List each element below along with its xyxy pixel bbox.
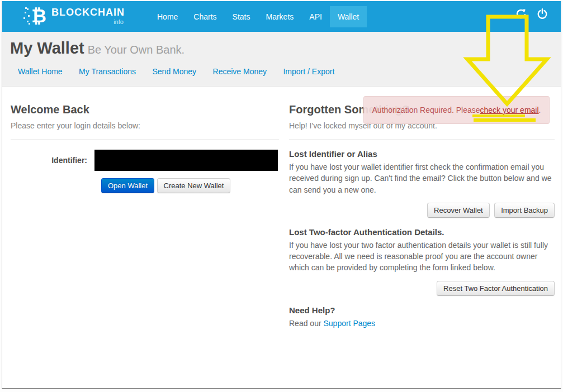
main-nav: Home Charts Stats Markets API Wallet — [149, 1, 367, 32]
recover-wallet-button[interactable]: Recover Wallet — [427, 203, 490, 218]
subnav-receive-money[interactable]: Receive Money — [213, 67, 267, 76]
blockchain-b-icon: ₿ — [31, 5, 46, 27]
wallet-page: ₿ BLOCKCHAIN info Home Charts Stats Mark… — [2, 1, 561, 389]
subnav-wallet-home[interactable]: Wallet Home — [18, 67, 63, 76]
wallet-subnav: Wallet Home My Transactions Send Money R… — [10, 66, 561, 77]
need-help-text: Read our Support Pages — [289, 318, 555, 329]
lost-identifier-buttons: Recover Wallet Import Backup — [289, 203, 555, 218]
refresh-icon[interactable] — [515, 8, 527, 22]
blockchain-logo[interactable]: ₿ BLOCKCHAIN info — [31, 5, 125, 27]
recovery-section: Forgotten Something? Help! I've locked m… — [289, 103, 555, 329]
divider — [11, 139, 279, 140]
nav-item-markets[interactable]: Markets — [258, 6, 302, 27]
open-wallet-button[interactable]: Open Wallet — [101, 178, 154, 193]
subnav-my-transactions[interactable]: My Transactions — [79, 67, 136, 76]
welcome-heading: Welcome Back — [11, 103, 279, 116]
identifier-label: Identifier: — [11, 156, 94, 165]
brand-name: BLOCKCHAIN — [51, 7, 125, 17]
brand-sub: info — [51, 19, 125, 25]
lost-2fa-buttons: Reset Two Factor Authentication — [289, 281, 555, 296]
identifier-row: Identifier: — [11, 150, 279, 171]
nav-item-api[interactable]: API — [301, 6, 330, 27]
reset-2fa-button[interactable]: Reset Two Factor Authentication — [437, 281, 555, 296]
nav-item-stats[interactable]: Stats — [225, 6, 258, 27]
login-subtext: Please enter your login details below: — [11, 121, 279, 130]
lost-identifier-body: If you have lost your wallet identifier … — [289, 161, 555, 195]
page-tagline: Be Your Own Bank. — [88, 44, 184, 56]
nav-item-charts[interactable]: Charts — [186, 6, 224, 27]
navbar-actions — [515, 8, 548, 22]
power-icon[interactable] — [536, 8, 548, 22]
main-content: Welcome Back Please enter your login det… — [2, 87, 561, 388]
create-wallet-button[interactable]: Create New Wallet — [157, 178, 231, 193]
check-email-link[interactable]: check your email — [480, 106, 539, 114]
notification-suffix: . — [539, 106, 541, 114]
auth-notification: Authorization Required. Please check you… — [363, 96, 550, 124]
nav-item-home[interactable]: Home — [149, 6, 186, 27]
login-buttons: Open Wallet Create New Wallet — [101, 178, 279, 193]
page-title: My Wallet — [10, 39, 84, 57]
lost-2fa-body: If you have lost your two factor authent… — [289, 240, 555, 274]
support-pages-link[interactable]: Support Pages — [323, 319, 375, 328]
lost-identifier-heading: Lost Identifier or Alias — [289, 149, 555, 159]
nav-item-wallet[interactable]: Wallet — [330, 6, 367, 27]
notification-text: Authorization Required. Please — [372, 106, 480, 114]
subnav-import-export[interactable]: Import / Export — [283, 67, 334, 76]
divider — [289, 139, 555, 140]
identifier-input[interactable] — [94, 150, 278, 171]
subnav-send-money[interactable]: Send Money — [152, 67, 196, 76]
lost-2fa-heading: Lost Two-factor Authentication Details. — [289, 227, 555, 237]
need-help-heading: Need Help? — [289, 305, 555, 315]
need-help-prefix: Read our — [289, 319, 323, 328]
masthead: My WalletBe Your Own Bank. Wallet Home M… — [2, 32, 561, 87]
login-section: Welcome Back Please enter your login det… — [11, 103, 279, 193]
top-navbar: ₿ BLOCKCHAIN info Home Charts Stats Mark… — [2, 1, 561, 32]
import-backup-button[interactable]: Import Backup — [494, 203, 555, 218]
